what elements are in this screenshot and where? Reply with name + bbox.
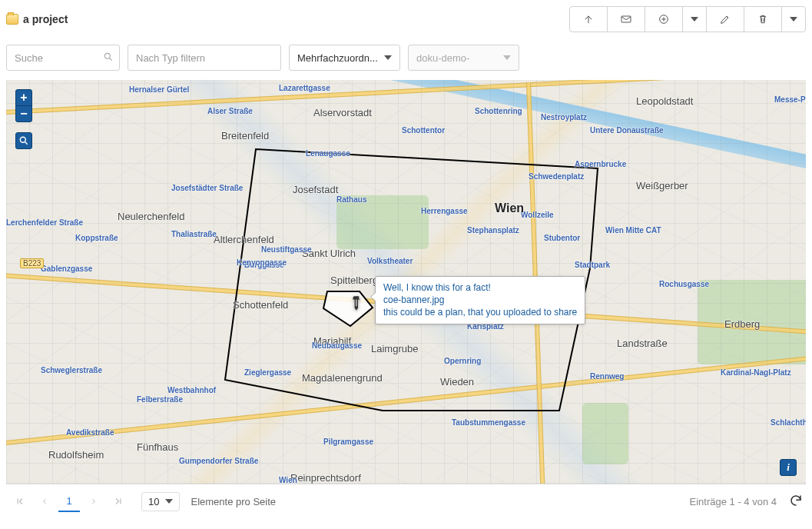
map-label: Volkstheater — [367, 257, 413, 265]
map-label: Rudolfsheim — [48, 449, 104, 461]
map-label: Lerchenfelder Straße — [6, 218, 83, 227]
multi-assign-select[interactable]: Mehrfachzuordn... — [289, 45, 400, 71]
map-label: Fünfhaus — [137, 441, 178, 453]
tooltip-line: this could be a plan, that you uploaded … — [383, 306, 577, 318]
map-label: Lenaugasse — [306, 149, 350, 158]
delete-button[interactable] — [744, 6, 782, 32]
map-tooltip: Well, I know this for a fact! coe-banner… — [375, 276, 585, 324]
svg-point-5 — [359, 297, 360, 298]
type-filter-wrap — [128, 45, 281, 71]
map-label: Herrengasse — [421, 207, 468, 215]
map-label: Schwedenplatz — [529, 172, 584, 181]
zoom-out-button[interactable]: − — [15, 105, 32, 122]
doku-select[interactable]: doku-demo- — [408, 45, 519, 71]
caret-down-icon — [384, 55, 392, 60]
map-label: Schlachthausgasse — [771, 418, 806, 427]
map-label: Alser Straße — [207, 107, 253, 115]
map-label: Reinprechtsdorf — [290, 472, 361, 484]
map-label: Rennweg — [590, 372, 624, 381]
map-label: Landstraße — [617, 338, 668, 349]
map-label: Felberstraße — [137, 395, 183, 404]
zoom-controls: + − — [15, 89, 32, 122]
map-label: Gumpendorfer Straße — [179, 457, 258, 465]
map-label: Westbahnhof — [167, 386, 216, 394]
page-next-button[interactable] — [83, 491, 104, 512]
map-label: Josefstadt — [293, 184, 338, 195]
map-label: Stephansplatz — [467, 226, 519, 235]
map-label: Gablenzgasse — [41, 264, 92, 273]
caret-down-icon — [165, 499, 173, 504]
map-label: Nestroyplatz — [541, 113, 587, 121]
add-dropdown-button[interactable] — [682, 6, 707, 32]
refresh-button[interactable] — [789, 494, 803, 510]
map-info-button[interactable]: i — [780, 459, 797, 476]
caret-down-icon — [790, 17, 797, 22]
map-label: Neulerchenfeld — [118, 211, 184, 222]
map-label: Josefstädter Straße — [171, 184, 243, 192]
map-label: Rathaus — [336, 195, 366, 204]
map-label: Alservorstadt — [313, 107, 372, 118]
map-label: Rochusgasse — [659, 280, 709, 288]
svg-point-2 — [104, 53, 110, 58]
map-label: Kardinal-Nagl-Platz — [721, 368, 791, 377]
map-label: Wien Mitte CAT — [605, 226, 661, 235]
map-label: Altlerchenfeld — [214, 234, 274, 245]
map-search-button[interactable] — [15, 132, 32, 149]
map-label: Aspernbrucke — [575, 160, 626, 168]
map-marker[interactable] — [348, 294, 368, 316]
per-page-value: 10 — [148, 496, 159, 507]
map-label: Schottenfeld — [233, 299, 288, 311]
multi-assign-label: Mehrfachzuordn... — [297, 52, 378, 64]
svg-rect-0 — [621, 16, 631, 22]
page-first-button[interactable] — [9, 491, 31, 512]
pagination: 1 10 Elemente pro Seite — [9, 491, 276, 512]
map-label: Schottentor — [402, 126, 445, 135]
header-toolbar — [570, 6, 806, 32]
project-title-wrap: a project — [6, 13, 68, 25]
edit-button[interactable] — [706, 6, 744, 32]
zoom-in-button[interactable]: + — [15, 89, 32, 106]
map-label: Laimgrube — [371, 343, 418, 354]
page-prev-button[interactable] — [34, 491, 55, 512]
map-label: Lazarettgasse — [279, 84, 330, 92]
tooltip-line: Well, I know this for a fact! — [383, 281, 577, 294]
map-label: Magdalenengrund — [302, 372, 383, 384]
svg-point-6 — [20, 137, 25, 142]
map-label: Zieglergasse — [244, 368, 291, 377]
map-label: Messe-Prater — [774, 95, 806, 104]
caret-down-icon — [503, 55, 511, 60]
map-label: Wollzeile — [521, 211, 554, 219]
map-label: Breitenfeld — [221, 130, 269, 141]
page-number-current[interactable]: 1 — [58, 491, 80, 512]
map-label: Stubentor — [544, 234, 580, 242]
map-label: Stadtpark — [575, 261, 610, 269]
map-label: Untere Donaustraße — [590, 126, 664, 135]
more-dropdown-button[interactable] — [781, 6, 806, 32]
map-label: Opernring — [444, 357, 481, 365]
map-label: Avedikstraße — [66, 428, 114, 437]
map-canvas[interactable]: LeopoldstadtAlservorstadtBreitenfeldJose… — [6, 80, 806, 484]
mail-button[interactable] — [607, 6, 645, 32]
map-label: Wien — [279, 476, 297, 484]
type-filter-input[interactable] — [128, 45, 281, 71]
map-label: Thaliastraße — [171, 230, 217, 238]
tooltip-line: coe-banner.jpg — [383, 294, 577, 306]
map-label: Spittelberg — [330, 274, 378, 286]
map-label: Wieden — [440, 376, 474, 388]
map-label: Schweglerstraße — [41, 366, 102, 374]
map-label: B223 — [20, 258, 44, 268]
map-label: Weißgerber — [636, 180, 688, 191]
map-label: Hernalser Gürtel — [129, 85, 189, 94]
map-label: Neustiftgasse — [261, 245, 312, 254]
search-wrap — [6, 45, 120, 71]
map-label: Pilgramgasse — [323, 438, 373, 446]
map-label: Schottenring — [475, 107, 522, 115]
upload-button[interactable] — [569, 6, 608, 32]
map-label: Taubstummengasse — [452, 418, 525, 427]
project-title: a project — [23, 13, 68, 25]
page-last-button[interactable] — [108, 491, 129, 512]
search-icon — [103, 52, 114, 65]
map-label: Erdberg — [724, 318, 760, 330]
per-page-select[interactable]: 10 — [141, 492, 180, 511]
add-button[interactable] — [645, 6, 683, 32]
